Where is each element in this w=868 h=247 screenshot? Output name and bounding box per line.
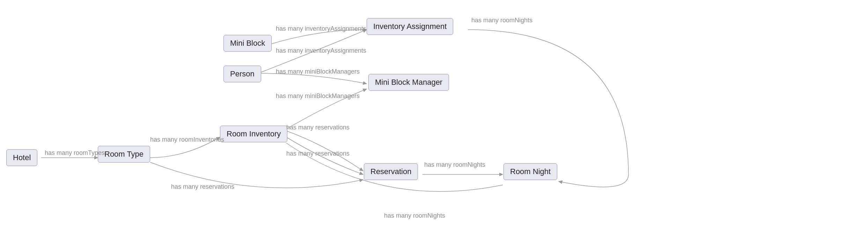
hotel-node: Hotel	[6, 149, 37, 166]
label-reservation-roomnight: has many roomNights	[424, 161, 485, 169]
person-node: Person	[223, 66, 261, 82]
diagram-container: Hotel Room Type Mini Block Person Room I…	[0, 0, 868, 247]
label-roominventory-reservation3: has many reservations	[171, 183, 234, 190]
label-roominventory-miniblockmanager: has many miniBlockManagers	[276, 92, 360, 100]
inventory-assignment-node: Inventory Assignment	[367, 18, 453, 35]
mini-block-node: Mini Block	[223, 35, 272, 52]
room-night-node: Room Night	[503, 163, 557, 180]
mini-block-manager-node: Mini Block Manager	[368, 74, 449, 91]
label-roominventory-roomnight: has many roomNights	[384, 212, 445, 219]
label-miniblock-inventoryassignment: has many inventoryAssignments	[276, 25, 366, 32]
reservation-node: Reservation	[364, 163, 418, 180]
label-inventoryassignment-roomnight: has many roomNights	[471, 17, 532, 24]
label-roomtype-roominventory: has many roomInventories	[150, 136, 224, 143]
room-inventory-node: Room Inventory	[220, 126, 287, 142]
label-person-inventoryassignment: has many inventoryAssignments	[276, 47, 366, 54]
label-hotel-roomtype: has many roomTypes	[45, 149, 105, 157]
room-type-node: Room Type	[98, 146, 150, 163]
label-roominventory-reservation1: has many reservations	[286, 124, 350, 131]
connections-svg	[0, 0, 868, 247]
label-roominventory-reservation2: has many reservations	[286, 150, 350, 157]
label-person-miniblockmanager: has many miniBlockManagers	[276, 68, 360, 75]
